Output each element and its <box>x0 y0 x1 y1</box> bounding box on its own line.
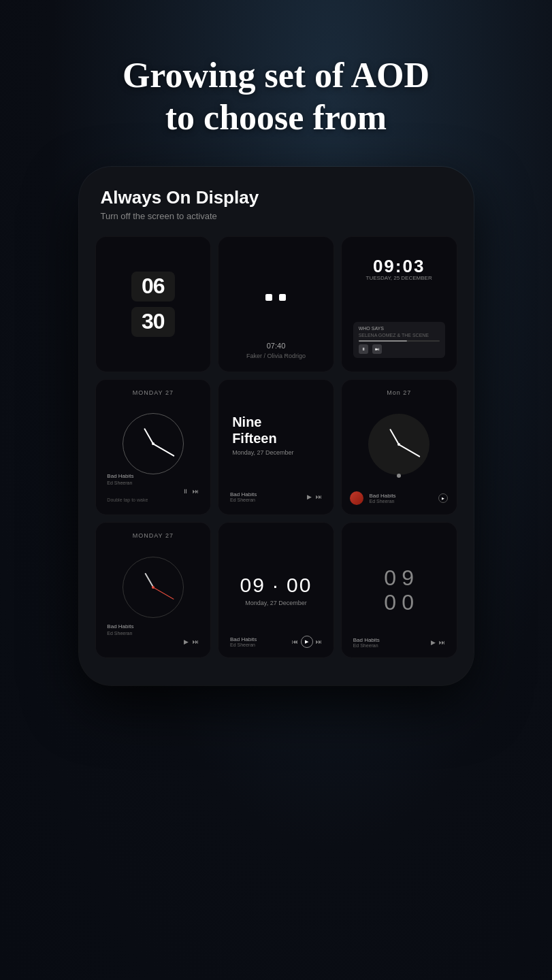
album-art <box>350 491 363 505</box>
card5-music-title: Bad Habits <box>230 491 257 497</box>
aod-card-slim-analog[interactable]: MONDAY 27 Bad Habits Ed Sheeran ▶ ⏭ <box>95 522 212 658</box>
next-icon: ⏭ <box>375 347 379 351</box>
slim-clock-center <box>152 586 155 589</box>
card4-music: Bad Habits Ed Sheeran ⏸ ⏭ Double tap to … <box>107 473 199 502</box>
card4-next-icon[interactable]: ⏭ <box>193 488 199 495</box>
music-sub: SELENA GOMEZ & THE SCENE <box>359 333 440 338</box>
card8-music-artist: Ed Sheeran <box>230 642 257 647</box>
aod-card-segment[interactable]: 0 9 0 0 Bad Habits Ed Sheeran ▶ ⏭ <box>341 522 457 658</box>
segment-row1: 0 9 <box>384 567 414 589</box>
text-clock-display: Nine Fifteen Monday, 27 December <box>232 414 293 456</box>
slim-analog-day: MONDAY 27 <box>133 532 174 539</box>
analog1-day: MONDAY 27 <box>133 389 174 396</box>
card7-music-title: Bad Habits <box>107 623 199 630</box>
round-analog-day: Mon 27 <box>387 389 411 396</box>
aod-grid-row2: MONDAY 27 Bad Habits Ed Sheeran ⏸ ⏭ Doub… <box>95 379 457 515</box>
seg-digit-0b: 0 <box>384 591 396 613</box>
round-minute-hand <box>399 444 421 457</box>
card6-play-icon: ▶ <box>442 496 444 500</box>
aod-card-text-clock[interactable]: Nine Fifteen Monday, 27 December Bad Hab… <box>218 379 334 515</box>
flip-hour: 06 <box>131 272 175 301</box>
dot-right <box>279 294 286 301</box>
slim-minute-hand <box>153 587 174 599</box>
card9-music-title: Bad Habits <box>353 637 380 643</box>
text-clock-line2: Fifteen <box>232 430 293 446</box>
music-controls: ⏸ ⏭ <box>359 344 440 354</box>
seg-digit-9: 9 <box>402 567 414 589</box>
card7-music-artist: Ed Sheeran <box>107 631 199 636</box>
aod-grid-row1: 06 30 07:40 Faker / Olivia Rodrigo 09:03… <box>95 236 457 372</box>
card8-prev-icon[interactable]: ⏮ <box>292 638 298 645</box>
digital-time: 09:03 <box>373 256 425 277</box>
card9-music: Bad Habits Ed Sheeran ▶ ⏭ <box>353 637 445 648</box>
card7-music: Bad Habits Ed Sheeran ▶ ⏭ <box>107 623 199 645</box>
card8-controls: ⏮ ▶ ⏭ <box>292 636 322 648</box>
card9-next-icon[interactable]: ⏭ <box>439 639 445 646</box>
slim-hour-hand <box>144 573 153 588</box>
aod-card-round-analog[interactable]: Mon 27 Bad Habits Ed Sheeran ▶ <box>341 379 457 515</box>
round-hour-hand <box>389 429 400 445</box>
section-title: Always On Display <box>95 187 457 208</box>
card8-next-icon[interactable]: ⏭ <box>316 638 322 645</box>
pause-button[interactable]: ⏸ <box>359 344 368 354</box>
card7-next-icon[interactable]: ⏭ <box>193 638 199 645</box>
digital-date: TUESDAY, 25 DECEMBER <box>366 275 432 281</box>
aod-card-dots[interactable]: 07:40 Faker / Olivia Rodrigo <box>218 236 334 372</box>
slim-clock <box>123 557 184 618</box>
card5-play-icon[interactable]: ▶ <box>307 493 312 500</box>
card5-music: Bad Habits Ed Sheeran ▶ ⏭ <box>230 491 322 502</box>
card4-music-title: Bad Habits <box>107 473 199 479</box>
card8-music-title: Bad Habits <box>230 636 257 642</box>
card8-music: Bad Habits Ed Sheeran ⏮ ▶ ⏭ <box>230 636 322 648</box>
digital-plain-date: Monday, 27 December <box>245 600 306 606</box>
aod-card-digital-plain[interactable]: 09 · 00 Monday, 27 December Bad Habits E… <box>218 522 334 658</box>
progress-fill <box>359 340 407 342</box>
hour-hand-1 <box>144 428 154 444</box>
card7-play-icon[interactable]: ▶ <box>184 638 189 645</box>
round-clock <box>368 414 429 475</box>
card8-play-icon: ▶ <box>305 639 308 644</box>
segment-display: 0 9 0 0 <box>384 567 414 613</box>
card6-music: Bad Habits Ed Sheeran ▶ <box>350 491 447 505</box>
dots-song: Faker / Olivia Rodrigo <box>246 353 306 359</box>
dot-left <box>265 294 272 301</box>
music-label: WHO SAYS <box>359 326 440 331</box>
segment-row2: 0 0 <box>384 591 414 613</box>
progress-bar <box>359 340 440 342</box>
flip-clock-display: 06 30 <box>131 272 175 337</box>
card4-footer: Double tap to wake <box>107 497 199 502</box>
card6-play-button[interactable]: ▶ <box>438 493 448 503</box>
round-clock-dot <box>397 474 401 478</box>
two-dots-display <box>265 294 286 301</box>
pause-icon: ⏸ <box>361 347 366 351</box>
digital-plain-time: 09 · 00 <box>240 574 312 597</box>
card6-music-artist: Ed Sheeran <box>369 499 432 504</box>
card9-play-icon[interactable]: ▶ <box>431 639 436 646</box>
aod-grid-row3: MONDAY 27 Bad Habits Ed Sheeran ▶ ⏭ 09 ·… <box>95 522 457 658</box>
analog-clock-1 <box>123 413 184 474</box>
card4-pause-icon[interactable]: ⏸ <box>182 488 189 495</box>
aod-card-digital-music[interactable]: 09:03 TUESDAY, 25 DECEMBER WHO SAYS SELE… <box>341 236 457 372</box>
flip-minute: 30 <box>131 307 175 337</box>
card5-controls: ▶ ⏭ <box>307 493 322 500</box>
aod-card-flip[interactable]: 06 30 <box>95 236 212 372</box>
seg-digit-0c: 0 <box>402 591 414 613</box>
card5-next-icon[interactable]: ⏭ <box>316 493 322 500</box>
card5-music-artist: Ed Sheeran <box>230 497 257 502</box>
text-clock-date: Monday, 27 December <box>232 449 293 456</box>
card4-music-artist: Ed Sheeran <box>107 480 199 485</box>
card9-music-artist: Ed Sheeran <box>353 643 380 648</box>
clock-center-1 <box>152 442 155 445</box>
music-widget: WHO SAYS SELENA GOMEZ & THE SCENE ⏸ ⏭ <box>353 322 445 358</box>
seg-digit-0: 0 <box>384 567 396 589</box>
phone-frame: Always On Display Turn off the screen to… <box>79 167 474 685</box>
dots-time: 07:40 <box>267 342 286 350</box>
next-button[interactable]: ⏭ <box>372 344 382 354</box>
minute-hand-1 <box>152 443 174 456</box>
round-clock-center <box>397 443 400 446</box>
card8-play-button[interactable]: ▶ <box>301 636 313 648</box>
text-clock-line1: Nine <box>232 414 293 430</box>
card6-music-title: Bad Habits <box>369 493 432 499</box>
hero-title: Growing set of AODto choose from <box>82 54 470 140</box>
aod-card-analog1[interactable]: MONDAY 27 Bad Habits Ed Sheeran ⏸ ⏭ Doub… <box>95 379 212 515</box>
